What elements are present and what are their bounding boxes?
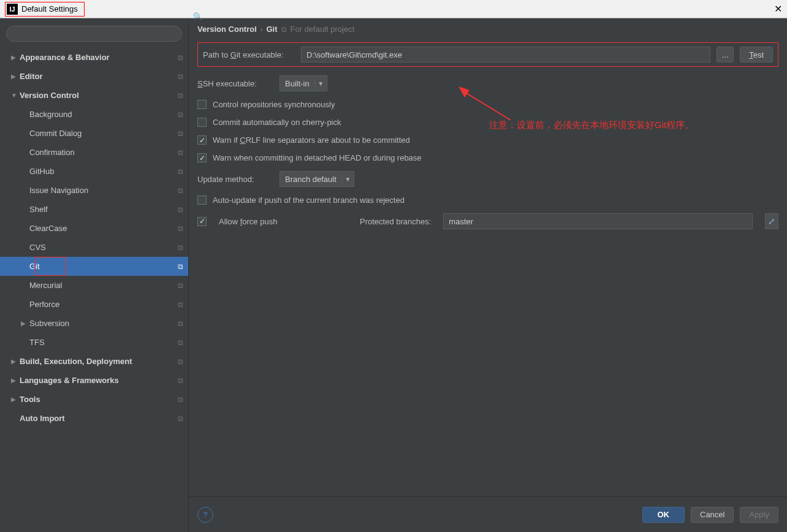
tree-vc-git[interactable]: Git⧉	[0, 257, 188, 276]
tree-label: Git	[29, 262, 178, 271]
breadcrumb-root: Version Control	[197, 25, 257, 34]
tree-vc-cvs[interactable]: CVS⧉	[0, 238, 188, 257]
auto-update-push-row: Auto-update if push of the current branc…	[197, 196, 778, 205]
copy-icon: ⧉	[178, 186, 183, 195]
update-method-value: Branch default	[280, 175, 341, 184]
chevron-down-icon: ▼	[314, 80, 327, 87]
copy-icon: ⧉	[178, 224, 183, 233]
tree-vc-confirmation[interactable]: Confirmation⧉	[0, 143, 188, 162]
tree-label: Subversion	[29, 319, 178, 328]
tree-label: Mercurial	[29, 281, 178, 290]
tree-label: GitHub	[29, 167, 178, 176]
allow-force-push-checkbox[interactable]	[197, 217, 207, 226]
ok-button[interactable]: OK	[642, 507, 685, 523]
window-title: Default Settings	[21, 4, 78, 13]
auto-cherry-row: Commit automatically on cherry-pick	[197, 118, 778, 127]
titlebar-title-wrap: IJ Default Settings	[5, 2, 85, 17]
copy-icon: ⧉	[178, 376, 183, 385]
help-button[interactable]: ?	[197, 507, 213, 523]
search-wrap: 🔍	[0, 22, 188, 48]
copy-icon: ⧉	[178, 53, 183, 62]
git-path-label: Path to Git executable:	[203, 50, 295, 59]
protected-branches-input[interactable]	[443, 213, 753, 229]
tree-label: Editor	[20, 72, 178, 81]
update-method-label: Update method:	[197, 175, 273, 184]
settings-sidebar: 🔍 ▶Appearance & Behavior⧉ ▶Editor⧉ ▼Vers…	[0, 18, 189, 532]
tree-vc-background[interactable]: Background⧉	[0, 105, 188, 124]
search-input[interactable]	[6, 26, 182, 42]
tree-vc-clearcase[interactable]: ClearCase⧉	[0, 219, 188, 238]
tree-appearance[interactable]: ▶Appearance & Behavior⧉	[0, 48, 188, 67]
tree-vc-issue-navigation[interactable]: Issue Navigation⧉	[0, 181, 188, 200]
tree-label: Build, Execution, Deployment	[20, 357, 178, 366]
tree-editor[interactable]: ▶Editor⧉	[0, 67, 188, 86]
copy-icon: ⧉	[178, 319, 183, 328]
window-titlebar: IJ Default Settings ✕	[0, 0, 787, 18]
warn-detached-checkbox[interactable]	[197, 153, 207, 162]
update-method-select[interactable]: Branch default ▼	[279, 171, 354, 187]
force-push-row: Allow force push Protected branches: ⤢	[197, 213, 778, 229]
auto-update-push-checkbox[interactable]	[197, 196, 207, 205]
ssh-select[interactable]: Built-in ▼	[279, 75, 327, 91]
tree-auto-import[interactable]: Auto Import⧉	[0, 409, 188, 428]
copy-icon: ⧉	[178, 148, 183, 157]
tree-label: Auto Import	[20, 414, 178, 423]
control-sync-checkbox[interactable]	[197, 100, 207, 109]
copy-icon: ⧉	[178, 91, 183, 100]
control-sync-row: Control repositories synchronously	[197, 100, 778, 109]
warn-detached-label: Warn when committing in detached HEAD or…	[213, 153, 422, 162]
tree-vc-github[interactable]: GitHub⧉	[0, 162, 188, 181]
copy-icon: ⧉	[178, 167, 183, 176]
copy-icon: ⧉	[178, 129, 183, 138]
tree-vc-perforce[interactable]: Perforce⧉	[0, 295, 188, 314]
copy-icon: ⧉	[178, 395, 183, 404]
tree-languages[interactable]: ▶Languages & Frameworks⧉	[0, 371, 188, 390]
copy-icon: ⧉	[178, 338, 183, 347]
allow-force-push-label: Allow force push	[219, 217, 348, 226]
protected-branches-label: Protected branches:	[360, 217, 431, 226]
app-icon: IJ	[7, 4, 18, 15]
apply-button[interactable]: Apply	[740, 507, 778, 523]
chevron-right-icon: ›	[260, 26, 263, 33]
breadcrumb-scope: For default project	[291, 25, 355, 34]
test-button[interactable]: Test	[740, 47, 773, 63]
dialog-footer: ? OK Cancel Apply	[189, 496, 787, 532]
tree-vc-commit-dialog[interactable]: Commit Dialog⧉	[0, 124, 188, 143]
tree-vc-mercurial[interactable]: Mercurial⧉	[0, 276, 188, 295]
expand-button[interactable]: ⤢	[765, 213, 778, 229]
copy-icon: ⧉	[178, 300, 183, 309]
warn-detached-row: Warn when committing in detached HEAD or…	[197, 153, 778, 162]
copy-icon: ⧉	[178, 243, 183, 252]
tree-vc-shelf[interactable]: Shelf⧉	[0, 200, 188, 219]
update-method-row: Update method: Branch default ▼	[197, 171, 778, 187]
window-body: 🔍 ▶Appearance & Behavior⧉ ▶Editor⧉ ▼Vers…	[0, 18, 787, 532]
warn-crlf-row: Warn if CRLF line separators are about t…	[197, 135, 778, 145]
ssh-row: SSH executable: Built-in ▼	[197, 75, 778, 91]
tree-label: Appearance & Behavior	[20, 53, 178, 62]
tree-vc-subversion[interactable]: ▶Subversion⧉	[0, 314, 188, 333]
tree-label: Issue Navigation	[29, 186, 178, 195]
tree-vc-tfs[interactable]: TFS⧉	[0, 333, 188, 352]
copy-icon: ⧉	[178, 110, 183, 119]
chevron-down-icon: ▼	[341, 176, 354, 183]
cancel-button[interactable]: Cancel	[691, 507, 734, 523]
path-row-highlight: Path to Git executable: ... Test	[197, 42, 778, 67]
tree-label: TFS	[29, 338, 178, 347]
tree-label: ClearCase	[29, 224, 178, 233]
tree-label: Tools	[20, 395, 178, 404]
tree-label: Shelf	[29, 205, 178, 214]
browse-button[interactable]: ...	[717, 47, 734, 63]
close-icon[interactable]: ✕	[774, 3, 782, 15]
warn-crlf-checkbox[interactable]	[197, 135, 207, 145]
copy-icon: ⧉	[178, 357, 183, 366]
tree-label: Commit Dialog	[29, 129, 178, 138]
settings-content: Path to Git executable: ... Test SSH exe…	[189, 37, 787, 496]
git-path-input[interactable]	[301, 47, 710, 63]
tree-version-control[interactable]: ▼Version Control⧉	[0, 86, 188, 105]
tree-build[interactable]: ▶Build, Execution, Deployment⧉	[0, 352, 188, 371]
copy-icon: ⧉	[178, 262, 183, 271]
ssh-label: SSH executable:	[197, 79, 273, 88]
tree-tools[interactable]: ▶Tools⧉	[0, 390, 188, 409]
copy-icon: ⧉	[178, 205, 183, 214]
auto-cherry-checkbox[interactable]	[197, 118, 207, 127]
